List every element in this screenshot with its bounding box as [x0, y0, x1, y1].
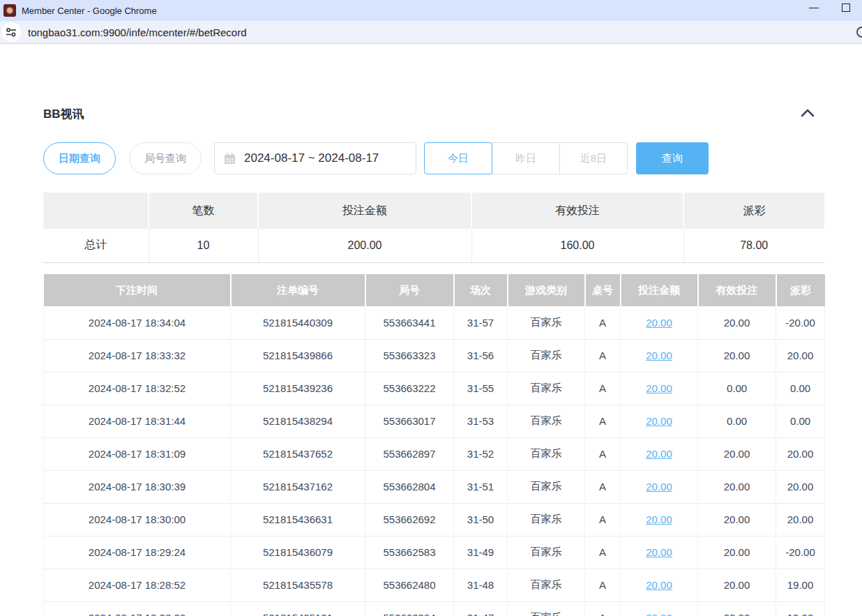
- bet-time: 2024-08-17 18:30:00: [44, 503, 231, 536]
- bet-amount-link[interactable]: 20.00: [646, 448, 672, 460]
- payout: 20.00: [776, 339, 825, 372]
- summary-header-valid-bet: 有效投注: [471, 193, 683, 229]
- game-type: 百家乐: [508, 569, 585, 601]
- payout: -20.00: [776, 536, 825, 569]
- url-text[interactable]: tongbao31.com:9900/infe/mcenter/#/betRec…: [28, 27, 247, 38]
- game-type: 百家乐: [508, 372, 585, 405]
- session: 31-49: [454, 536, 508, 569]
- tab-round-query[interactable]: 局号查询: [129, 142, 202, 174]
- bet-time: 2024-08-17 18:33:32: [44, 339, 231, 372]
- bet-amount-link[interactable]: 20.00: [646, 350, 672, 361]
- table-row: 2024-08-17 18:31:09521815437652553662897…: [44, 437, 825, 470]
- bet-amount-link[interactable]: 20.00: [646, 612, 672, 616]
- valid-bet: 20.00: [698, 503, 776, 536]
- valid-bet: 20.00: [698, 306, 776, 339]
- site-favicon: [3, 4, 16, 17]
- page-title: BB视讯: [43, 106, 84, 122]
- bet-amount-cell: 20.00: [621, 339, 698, 372]
- table-number: A: [585, 405, 621, 437]
- chevron-up-icon: [798, 105, 817, 121]
- table-number: A: [585, 437, 621, 470]
- minimize-button[interactable]: [798, 0, 830, 21]
- table-row: 2024-08-17 18:30:39521815437162553662804…: [44, 470, 825, 503]
- table-number: A: [585, 536, 621, 569]
- tune-icon: [4, 25, 18, 39]
- bet-amount-link[interactable]: 20.00: [646, 415, 672, 427]
- payout: 19.00: [776, 569, 825, 601]
- bet-number: 521815436631: [231, 503, 365, 536]
- summary-count-value: 10: [149, 229, 258, 262]
- collapse-panel-button[interactable]: [798, 105, 820, 123]
- bet-amount-link[interactable]: 20.00: [646, 513, 672, 525]
- valid-bet: 0.00: [698, 372, 776, 405]
- header-bet-time: 下注时间: [44, 274, 231, 306]
- table-row: 2024-08-17 18:30:00521815436631553662692…: [44, 503, 825, 536]
- filter-bar: 日期查询 局号查询 2024-08-17 ~ 2024-08-17 今日 昨日 …: [43, 142, 824, 174]
- summary-valid-bet-value: 160.00: [471, 229, 683, 262]
- bet-amount-link[interactable]: 20.00: [646, 382, 672, 394]
- summary-header-payout: 派彩: [683, 193, 824, 229]
- maximize-button[interactable]: [830, 0, 862, 21]
- header-bet-number: 注单编号: [231, 274, 365, 306]
- quick-today-button[interactable]: 今日: [424, 142, 492, 174]
- session: 31-48: [454, 569, 508, 601]
- table-number: A: [585, 372, 621, 405]
- game-type: 百家乐: [508, 601, 585, 616]
- round-number: 553662480: [365, 569, 454, 601]
- table-number: A: [585, 503, 621, 536]
- bet-number: 521815435131: [231, 601, 365, 616]
- summary-total-label: 总计: [43, 229, 149, 262]
- round-number: 553663017: [365, 405, 454, 437]
- payout: 20.00: [776, 437, 825, 470]
- payout: -20.00: [776, 306, 825, 339]
- bet-amount-cell: 20.00: [621, 405, 698, 437]
- address-bar[interactable]: tongbao31.com:9900/infe/mcenter/#/betRec…: [0, 21, 862, 44]
- date-range-picker[interactable]: 2024-08-17 ~ 2024-08-17: [214, 142, 416, 174]
- header-payout: 派彩: [776, 274, 825, 306]
- page-content: BB视讯 日期查询 局号查询 2024-08-17 ~ 2024-08-17: [0, 44, 862, 616]
- quick-recent8-button[interactable]: 近8日: [559, 142, 628, 174]
- valid-bet: 20.00: [698, 569, 776, 601]
- tab-date-query[interactable]: 日期查询: [43, 142, 116, 174]
- session: 31-56: [454, 339, 508, 372]
- bet-time: 2024-08-17 18:30:39: [44, 470, 231, 503]
- table-row: 2024-08-17 18:28:22521815435131553662364…: [44, 601, 825, 616]
- summary-bet-amount-value: 200.00: [258, 229, 471, 262]
- header-round-number: 局号: [365, 274, 454, 306]
- bet-amount-link[interactable]: 20.00: [646, 481, 672, 493]
- payout: 20.00: [776, 503, 825, 536]
- bet-amount-cell: 20.00: [621, 601, 698, 616]
- window-title: Member Center - Google Chrome: [22, 6, 157, 16]
- bet-amount-link[interactable]: 20.00: [646, 546, 672, 558]
- bet-amount-link[interactable]: 20.00: [646, 317, 672, 329]
- bet-time: 2024-08-17 18:31:09: [44, 437, 231, 470]
- bet-amount-cell: 20.00: [621, 536, 698, 569]
- game-type: 百家乐: [508, 437, 585, 470]
- table-number: A: [585, 306, 621, 339]
- round-number: 553662583: [365, 536, 454, 569]
- table-row: 2024-08-17 18:28:52521815435578553662480…: [44, 569, 825, 601]
- table-row: 2024-08-17 18:34:04521815440309553663441…: [44, 306, 825, 339]
- payout: 20.00: [776, 470, 825, 503]
- minimize-icon: [809, 8, 819, 8]
- round-number: 553663441: [365, 306, 454, 339]
- quick-yesterday-button[interactable]: 昨日: [492, 142, 560, 174]
- bet-time: 2024-08-17 18:28:22: [44, 601, 231, 616]
- table-number: A: [585, 601, 621, 616]
- round-number: 553662692: [365, 503, 454, 536]
- site-settings-button[interactable]: [1, 22, 21, 42]
- session: 31-57: [454, 306, 508, 339]
- bet-number: 521815435578: [231, 569, 365, 601]
- bet-amount-cell: 20.00: [621, 372, 698, 405]
- bet-amount-cell: 20.00: [621, 470, 698, 503]
- valid-bet: 20.00: [698, 437, 776, 470]
- round-number: 553663323: [365, 339, 454, 372]
- search-button[interactable]: 查询: [636, 142, 709, 174]
- summary-header-bet-amount: 投注金额: [258, 193, 471, 229]
- session: 31-51: [454, 470, 508, 503]
- bet-time: 2024-08-17 18:34:04: [44, 306, 231, 339]
- bet-amount-link[interactable]: 20.00: [646, 579, 672, 591]
- bet-number: 521815437162: [231, 470, 365, 503]
- session: 31-50: [454, 503, 508, 536]
- game-type: 百家乐: [508, 405, 585, 437]
